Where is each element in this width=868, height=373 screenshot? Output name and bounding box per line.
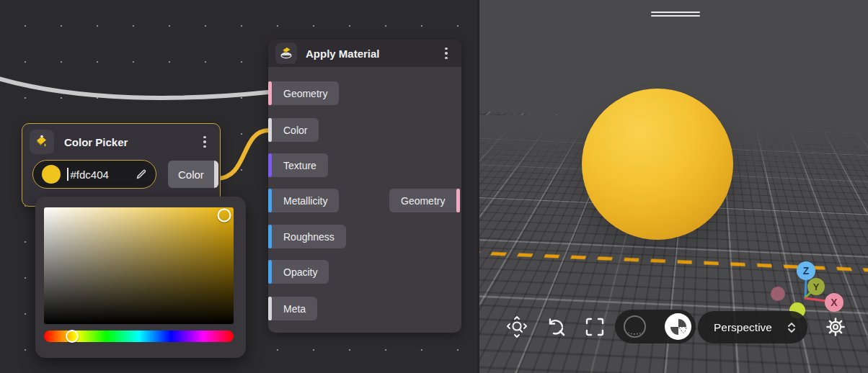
app-window: Color Picker #fdc404 Color: [0, 0, 868, 373]
3d-viewport[interactable]: Z Y X: [477, 0, 868, 373]
port-label: Roughness: [272, 225, 346, 248]
color-picker-popup: [35, 197, 246, 358]
node-title: Color Picker: [64, 136, 187, 148]
port-pin[interactable]: [456, 189, 460, 212]
pan-zoom-button[interactable]: [505, 315, 528, 338]
shaded-mode-icon[interactable]: [665, 313, 691, 340]
wireframe-mode-icon[interactable]: [624, 315, 646, 338]
apply-material-node[interactable]: Apply Material Geometry Color Texture Me…: [268, 40, 461, 333]
chevron-up-down-icon: [787, 321, 796, 334]
orbit-reset-button[interactable]: [544, 315, 567, 338]
port-label: Metallicity: [272, 189, 339, 212]
input-port-opacity[interactable]: Opacity: [268, 260, 329, 284]
color-output-port[interactable]: Color: [168, 161, 218, 188]
color-picker-node-header[interactable]: Color Picker: [22, 124, 220, 157]
node-editor-canvas[interactable]: Color Picker #fdc404 Color: [0, 0, 477, 373]
viewport-drag-handle[interactable]: [651, 12, 700, 17]
input-port-meta[interactable]: Meta: [268, 297, 317, 320]
camera-mode-dropdown[interactable]: Perspective: [698, 311, 807, 343]
apply-material-icon: [275, 42, 297, 64]
axis-z-label: Z: [803, 265, 810, 277]
text-cursor: [67, 168, 68, 181]
output-port-geometry[interactable]: Geometry: [389, 189, 460, 212]
node-title: Apply Material: [306, 48, 430, 60]
hex-color-input[interactable]: #fdc404: [32, 160, 156, 189]
apply-material-node-header[interactable]: Apply Material: [268, 40, 461, 67]
color-output-label: Color: [168, 161, 214, 188]
hue-slider[interactable]: [44, 331, 234, 342]
port-label: Color: [272, 118, 319, 142]
hex-value[interactable]: #fdc404: [71, 168, 130, 181]
camera-mode-label: Perspective: [714, 321, 787, 334]
axis-neg-x[interactable]: [771, 287, 785, 301]
port-label: Geometry: [272, 81, 339, 105]
viewport-toolbar: Perspective: [479, 315, 868, 351]
saturation-value-area[interactable]: [44, 207, 234, 324]
axis-x-label: X: [831, 297, 838, 308]
sv-selector[interactable]: [217, 209, 231, 223]
input-port-metallicity[interactable]: Metallicity: [268, 189, 339, 212]
port-label: Opacity: [272, 260, 329, 284]
hue-selector[interactable]: [66, 330, 79, 343]
shading-mode-toggle[interactable]: [615, 310, 696, 343]
settings-gear-button[interactable]: [824, 315, 847, 338]
color-swatch[interactable]: [42, 165, 61, 184]
input-port-geometry[interactable]: Geometry: [268, 81, 339, 105]
paint-bucket-icon: [30, 130, 54, 154]
port-label: Texture: [272, 153, 328, 177]
frame-fit-button[interactable]: [583, 315, 606, 338]
port-label: Meta: [272, 297, 317, 320]
color-picker-node[interactable]: Color Picker #fdc404 Color: [22, 123, 221, 207]
color-output-port-pin[interactable]: [214, 161, 218, 188]
input-port-color[interactable]: Color: [268, 118, 319, 142]
input-port-texture[interactable]: Texture: [268, 153, 328, 177]
edit-pencil-icon[interactable]: [136, 168, 147, 180]
preview-sphere[interactable]: [582, 89, 733, 240]
node-menu-button[interactable]: [438, 46, 454, 61]
axis-y-label: Y: [813, 282, 820, 292]
port-label: Geometry: [389, 189, 456, 212]
node-menu-button[interactable]: [197, 135, 213, 150]
input-port-roughness[interactable]: Roughness: [268, 225, 346, 248]
